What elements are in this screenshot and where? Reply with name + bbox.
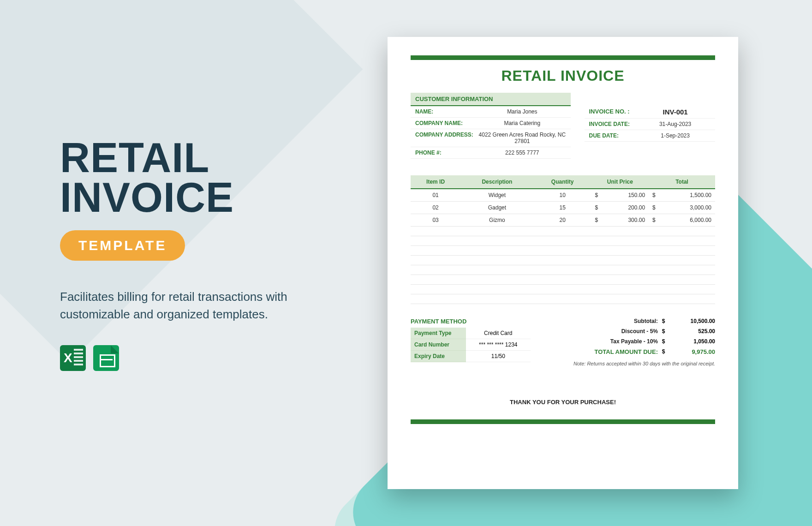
due-date-label: DUE DATE: [589, 132, 640, 139]
top-bar [411, 55, 715, 60]
discount-row: Discount - 5% $ 525.00 [558, 326, 715, 336]
expiry-row: Expiry Date 11/50 [411, 351, 531, 362]
currency-symbol: $ [658, 328, 669, 335]
col-quantity: Quantity [534, 175, 591, 189]
customer-phone-label: PHONE #: [415, 149, 478, 156]
bottom-row: PAYMENT METHOD Payment Type Credit Card … [411, 316, 715, 366]
card-number-row: Card Number *** *** **** 1234 [411, 339, 531, 351]
table-row: 02Gadget15$200.00$3,000.00 [411, 202, 715, 214]
customer-name-label: NAME: [415, 108, 478, 115]
discount-value: 525.00 [669, 328, 715, 335]
thank-you-text: THANK YOU FOR YOUR PURCHASE! [411, 399, 715, 406]
customer-phone-row: PHONE #: 222 555 7777 [411, 147, 571, 159]
payment-header: PAYMENT METHOD [411, 316, 531, 328]
discount-label: Discount - 5% [566, 328, 658, 335]
customer-company-label: COMPANY NAME: [415, 120, 478, 126]
tax-value: 1,050.00 [669, 338, 715, 345]
table-row-empty [411, 294, 715, 304]
excel-icon [60, 345, 86, 371]
invoice-date-row: INVOICE DATE: 31-Aug-2023 [585, 119, 716, 130]
subtotal-label: Subtotal: [566, 318, 658, 324]
expiry-value: 11/50 [466, 351, 531, 362]
promo-description: Facilitates billing for retail transacti… [60, 288, 291, 323]
total-due-value: 9,975.00 [669, 348, 715, 355]
totals-box: Subtotal: $ 10,500.00 Discount - 5% $ 52… [558, 316, 715, 366]
customer-company-row: COMPANY NAME: Maria Catering [411, 118, 571, 129]
invoice-no-label: INVOICE NO. : [589, 108, 640, 116]
customer-company-value: Maria Catering [478, 120, 566, 126]
invoice-date-value: 31-Aug-2023 [640, 121, 710, 127]
items-table: Item ID Description Quantity Unit Price … [411, 175, 715, 304]
info-row: CUSTOMER INFORMATION NAME: Maria Jones C… [411, 93, 715, 159]
total-due-row: TOTAL AMOUNT DUE: $ 9,975.00 [558, 347, 715, 357]
subtotal-value: 10,500.00 [669, 318, 715, 324]
customer-section-header: CUSTOMER INFORMATION [411, 93, 571, 106]
payment-type-label: Payment Type [411, 328, 466, 339]
document-title: RETAIL INVOICE [411, 67, 715, 84]
returns-note: Note: Returns accepted within 30 days wi… [558, 361, 715, 366]
template-badge: TEMPLATE [60, 230, 185, 261]
bottom-bar [411, 419, 715, 424]
table-row-empty [411, 236, 715, 246]
invoice-no-row: INVOICE NO. : INV-001 [585, 106, 716, 119]
promo-title-line2: INVOICE [60, 174, 234, 221]
table-row-empty [411, 265, 715, 275]
table-row-empty [411, 275, 715, 285]
tax-row: Tax Payable - 10% $ 1,050.00 [558, 336, 715, 347]
invoice-meta-box: INVOICE NO. : INV-001 INVOICE DATE: 31-A… [585, 93, 716, 159]
payment-box: PAYMENT METHOD Payment Type Credit Card … [411, 316, 531, 366]
customer-address-label: COMPANY ADDRESS: [415, 132, 478, 144]
payment-type-value: Credit Card [466, 328, 531, 339]
customer-address-value: 4022 Green Acres Road Rocky, NC 27801 [478, 132, 566, 144]
table-row-empty [411, 285, 715, 294]
table-row-empty [411, 246, 715, 256]
card-number-value: *** *** **** 1234 [466, 339, 531, 351]
expiry-label: Expiry Date [411, 351, 466, 362]
currency-symbol: $ [658, 348, 669, 355]
due-date-value: 1-Sep-2023 [640, 132, 710, 139]
table-row: 01Widget10$150.00$1,500.00 [411, 189, 715, 202]
customer-box: CUSTOMER INFORMATION NAME: Maria Jones C… [411, 93, 571, 159]
promo-title: RETAIL INVOICE [60, 138, 300, 217]
payment-type-row: Payment Type Credit Card [411, 328, 531, 339]
col-description: Description [460, 175, 533, 189]
invoice-date-label: INVOICE DATE: [589, 121, 640, 127]
table-row-empty [411, 256, 715, 265]
total-due-label: TOTAL AMOUNT DUE: [566, 348, 658, 355]
customer-name-row: NAME: Maria Jones [411, 106, 571, 118]
col-total: Total [649, 175, 715, 189]
col-unit-price: Unit Price [591, 175, 649, 189]
promo-panel: RETAIL INVOICE TEMPLATE Facilitates bill… [60, 138, 300, 371]
google-sheets-icon [93, 345, 119, 371]
table-row: 03Gizmo20$300.00$6,000.00 [411, 214, 715, 227]
invoice-no-value: INV-001 [640, 108, 710, 116]
format-icons [60, 345, 300, 371]
col-item-id: Item ID [411, 175, 460, 189]
customer-address-row: COMPANY ADDRESS: 4022 Green Acres Road R… [411, 129, 571, 147]
customer-name-value: Maria Jones [478, 108, 566, 115]
table-row-empty [411, 227, 715, 236]
customer-phone-value: 222 555 7777 [478, 149, 566, 156]
currency-symbol: $ [658, 318, 669, 324]
subtotal-row: Subtotal: $ 10,500.00 [558, 316, 715, 326]
card-number-label: Card Number [411, 339, 466, 351]
due-date-row: DUE DATE: 1-Sep-2023 [585, 130, 716, 142]
tax-label: Tax Payable - 10% [566, 338, 658, 345]
invoice-document: RETAIL INVOICE CUSTOMER INFORMATION NAME… [388, 37, 738, 489]
items-header-row: Item ID Description Quantity Unit Price … [411, 175, 715, 189]
currency-symbol: $ [658, 338, 669, 345]
